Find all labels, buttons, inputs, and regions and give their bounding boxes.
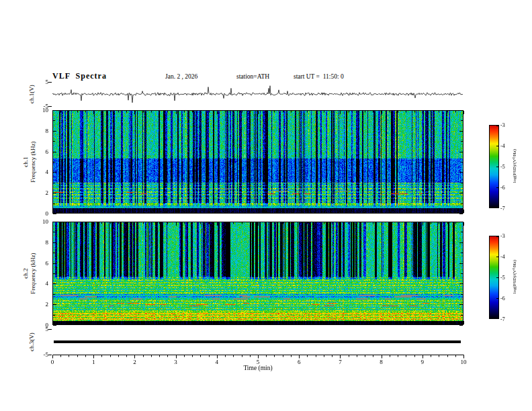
spec1-ytick-label: 0 [35, 210, 48, 217]
colorbar-ch2-tick-label: -3 [500, 233, 513, 240]
x-tick-label: 3 [171, 359, 181, 365]
vlf-spectra-figure: VLF Spectra Jan. 2 , 2026 station=ATH st… [0, 0, 532, 411]
ch1-channel-label: ch.1 [22, 122, 30, 202]
x-tick-label: 6 [294, 359, 304, 365]
wave3-ytick-label: -5 [35, 351, 48, 358]
colorbar-ch2-tick-label: -6 [500, 295, 513, 302]
ch2-channel-label: ch.2 [22, 233, 30, 314]
colorbar-ch2 [489, 236, 499, 319]
header-date: Jan. 2 , 2026 [165, 73, 197, 80]
ch2-spectrogram-canvas [52, 222, 463, 325]
spec2-ytick-label: 4 [35, 280, 48, 287]
x-tick-label: 2 [129, 359, 140, 365]
x-tick-label: 8 [376, 359, 387, 365]
spec1-ytick-label: 4 [35, 169, 48, 175]
x-tick-label: 4 [212, 359, 222, 365]
ch1-voltage-axis-label: ch.1(V) [28, 67, 35, 121]
ch1-spectrogram-canvas [52, 110, 463, 214]
spec2-ytick-label: 8 [35, 239, 48, 246]
colorbar-ch1-label: log(PSD)/(V²/Hz) [512, 126, 517, 206]
header-station: station=ATH [236, 73, 269, 80]
spec2-ytick-label: 6 [35, 260, 48, 267]
spec2-ytick-label: 2 [35, 301, 48, 308]
spec1-ytick-label: 6 [35, 148, 48, 155]
colorbar-ch2-label: log(PSD)/(V²/Hz) [512, 236, 517, 317]
spec1-ytick-label: 8 [35, 128, 48, 134]
x-tick-label: 9 [417, 359, 428, 365]
ch3-voltage-axis-label: ch.3(V) [28, 315, 35, 369]
colorbar-ch1-tick-label: -4 [500, 143, 513, 150]
wave3-ytick-label: 5 [35, 326, 48, 332]
x-tick-label: 5 [253, 359, 263, 365]
colorbar-ch1 [489, 125, 499, 208]
spec1-ytick-label: 2 [35, 189, 48, 196]
colorbar-ch1-tick-label: -5 [500, 164, 513, 171]
ch3-waveform-canvas [52, 329, 463, 355]
x-axis-label: Time (min) [224, 365, 292, 371]
header-start-ut: start UT = 11:50: 0 [294, 73, 344, 80]
x-tick-label: 1 [88, 359, 99, 365]
plot-title: VLF Spectra [52, 71, 107, 81]
ch1-waveform-canvas [52, 82, 463, 106]
colorbar-ch2-tick-label: -5 [500, 275, 513, 281]
colorbar-ch1-tick-label: -3 [500, 122, 513, 129]
colorbar-ch1-tick-label: -7 [500, 205, 513, 212]
wave1-ytick-label: 5 [35, 79, 48, 85]
x-tick-label: 0 [47, 359, 58, 365]
colorbar-ch2-tick-label: -4 [500, 254, 513, 261]
spec2-ytick-label: 10 [35, 218, 48, 225]
wave1-ytick-label: -5 [35, 103, 48, 109]
colorbar-ch1-tick-label: -6 [500, 185, 513, 191]
colorbar-ch2-tick-label: -7 [500, 316, 513, 323]
x-tick-label: 10 [458, 359, 469, 365]
x-tick-label: 7 [335, 359, 345, 365]
